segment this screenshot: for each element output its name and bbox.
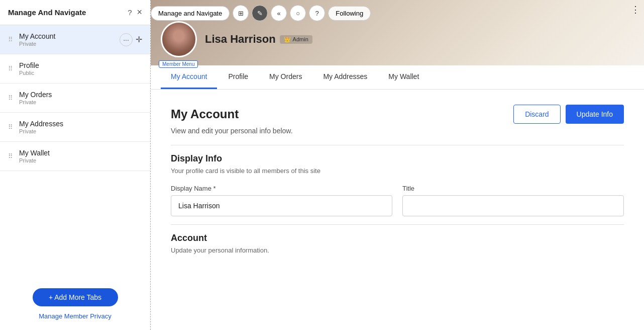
following-text: ollowing (340, 10, 363, 17)
add-tabs-button[interactable]: + Add More Tabs (33, 288, 118, 306)
item-label: My Account (19, 32, 120, 40)
display-name-label: Display Name * (171, 185, 392, 192)
sidebar-item-my-addresses[interactable]: ⠿ My Addresses Private (0, 113, 150, 142)
item-text: My Account Private (19, 32, 120, 47)
item-text: My Orders Private (19, 91, 142, 105)
item-text: My Addresses Private (19, 120, 142, 134)
sidebar-item-my-account[interactable]: ⠿ My Account Private ··· ✛ (0, 25, 150, 54)
manage-navigate-button[interactable]: Manage and Navigate (151, 6, 230, 21)
close-icon[interactable]: × (137, 7, 142, 18)
drag-handle-icon[interactable]: ⠿ (8, 94, 13, 102)
sidebar-item-my-wallet[interactable]: ⠿ My Wallet Private (0, 142, 150, 171)
sidebar-item-my-orders[interactable]: ⠿ My Orders Private (0, 84, 150, 113)
content-actions: Discard Update Info (513, 105, 624, 124)
help-icon-button[interactable]: ? (309, 5, 325, 21)
title-input[interactable] (402, 195, 624, 216)
display-info-title: Display Info (171, 153, 624, 164)
content-header: My Account Discard Update Info (171, 105, 624, 124)
item-sublabel: Private (19, 41, 120, 47)
item-label: Profile (19, 61, 142, 69)
pencil-icon-button[interactable]: ✎ (252, 5, 268, 21)
title-group: Title (402, 185, 624, 216)
admin-badge: 👑 Admin (280, 35, 312, 44)
member-menu-label: Member Menu (159, 60, 198, 68)
nav-items-list: ⠿ My Account Private ··· ✛ ⠿ Profile Pub… (0, 25, 150, 278)
drag-handle-icon[interactable]: ⠿ (8, 36, 13, 43)
display-name-row: Display Name * Title (171, 185, 624, 216)
user-name-text: Lisa Harrison (205, 33, 276, 46)
member-menu-bar: Member Menu My Account Profile My Orders… (151, 65, 644, 90)
display-name-input[interactable] (171, 195, 392, 216)
divider-1 (171, 145, 624, 145)
sidebar-item-profile[interactable]: ⠿ Profile Public (0, 54, 150, 84)
move-icon[interactable]: ✛ (136, 35, 142, 44)
tab-my-account[interactable]: My Account (161, 65, 217, 89)
panel-title: Manage And Navigate (8, 8, 86, 17)
manage-privacy-link[interactable]: Manage Member Privacy (8, 312, 142, 320)
page-title: My Account (171, 107, 239, 121)
user-name: Lisa Harrison 👑 Admin (205, 33, 634, 46)
avatar-image (162, 23, 195, 56)
account-subtitle: Update your personal information. (171, 246, 624, 254)
tab-my-wallet[interactable]: My Wallet (378, 65, 429, 89)
drag-handle-icon[interactable]: ⠿ (8, 65, 13, 72)
item-sublabel: Private (19, 157, 142, 163)
title-label: Title (402, 185, 624, 192)
item-sublabel: Private (19, 128, 142, 134)
display-name-group: Display Name * (171, 185, 392, 216)
update-info-button[interactable]: Update Info (566, 105, 624, 124)
page-subtitle: View and edit your personal info below. (171, 127, 624, 135)
account-title: Account (171, 233, 624, 243)
item-label: My Addresses (19, 120, 142, 128)
item-sublabel: Public (19, 70, 142, 76)
panel-footer: + Add More Tabs Manage Member Privacy (0, 278, 150, 330)
following-label: F (336, 10, 340, 17)
admin-label: Admin (293, 36, 308, 42)
tab-my-orders[interactable]: My Orders (259, 65, 312, 89)
item-text: My Wallet Private (19, 149, 142, 163)
panel-header: Manage And Navigate ? × (0, 0, 150, 25)
tab-my-addresses[interactable]: My Addresses (313, 65, 377, 89)
drag-handle-icon[interactable]: ⠿ (8, 123, 13, 131)
display-info-subtitle: Your profile card is visible to all memb… (171, 167, 624, 175)
grid-icon-button[interactable]: ⊞ (233, 5, 249, 21)
item-label: My Wallet (19, 149, 142, 157)
banner-content: Lisa Harrison 👑 Admin (161, 21, 634, 57)
tab-profile[interactable]: Profile (218, 65, 258, 89)
profile-banner: Manage and Navigate ⊞ ✎ « ○ ? Following … (151, 0, 644, 65)
main-content: My Account Discard Update Info View and … (151, 90, 644, 330)
item-text: Profile Public (19, 61, 142, 76)
divider-2 (171, 224, 624, 225)
user-info: Lisa Harrison 👑 Admin (205, 33, 634, 46)
panel-header-icons: ? × (128, 7, 142, 18)
item-label: My Orders (19, 91, 142, 99)
item-options-icon[interactable]: ··· (120, 33, 133, 46)
circle-icon-button[interactable]: ○ (290, 5, 306, 21)
drag-handle-icon[interactable]: ⠿ (8, 152, 13, 160)
crown-icon: 👑 (284, 36, 291, 43)
item-sublabel: Private (19, 99, 142, 105)
back-icon-button[interactable]: « (271, 5, 287, 21)
avatar (161, 21, 197, 57)
discard-button[interactable]: Discard (513, 105, 560, 124)
following-button[interactable]: Following (328, 6, 371, 21)
help-icon[interactable]: ? (128, 8, 132, 17)
right-panel: Manage and Navigate ⊞ ✎ « ○ ? Following … (151, 0, 644, 330)
left-panel: Manage And Navigate ? × ⠿ My Account Pri… (0, 0, 151, 330)
banner-toolbar: Manage and Navigate ⊞ ✎ « ○ ? Following (151, 5, 636, 21)
